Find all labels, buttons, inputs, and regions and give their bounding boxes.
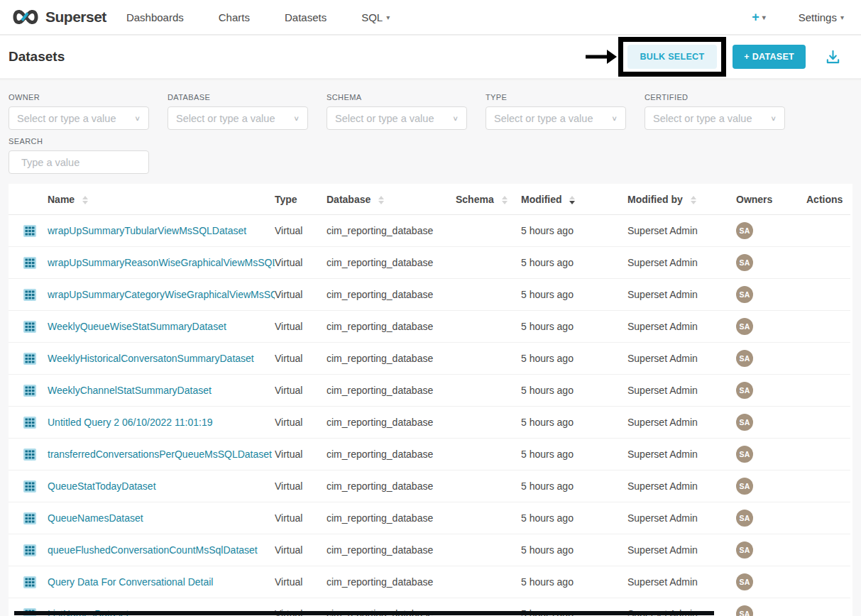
nav-item[interactable]: SQL ▾	[361, 11, 390, 23]
column-header-icon	[9, 184, 48, 215]
dataset-name-link[interactable]: WeeklyQueueWiseStatSummaryDataset	[48, 321, 226, 332]
dataset-modified-by: Superset Admin	[627, 311, 736, 343]
chevron-down-icon: ∨	[293, 114, 300, 122]
column-header[interactable]: Schema	[456, 184, 521, 215]
nav-item-label: Datasets	[285, 11, 327, 23]
dataset-database: cim_reporting_database	[327, 311, 456, 343]
dataset-actions-cell	[806, 215, 850, 247]
dataset-modified: 5 hours ago	[521, 375, 627, 407]
dataset-modified: 5 hours ago	[521, 279, 627, 311]
owner-avatar[interactable]: SA	[736, 605, 753, 616]
nav-item[interactable]: Datasets	[285, 11, 330, 23]
dataset-name-link[interactable]: QueueStatTodayDataset	[48, 480, 156, 492]
table-row: QueueNamesDataset Virtual cim_reporting_…	[9, 502, 850, 534]
filter-select[interactable]: Select or type a value ∨	[168, 106, 308, 130]
search-filter: SEARCH	[9, 137, 852, 174]
owner-avatar[interactable]: SA	[736, 222, 753, 239]
dataset-actions-cell	[806, 502, 850, 534]
dataset-database: cim_reporting_database	[327, 439, 456, 471]
nav-item[interactable]: Dashboards	[126, 11, 187, 23]
table-row: WeeklyHistoricalConversatonSummaryDatase…	[9, 343, 850, 375]
owner-avatar[interactable]: SA	[736, 478, 753, 495]
column-header[interactable]: Actions	[806, 184, 850, 215]
dataset-actions-cell	[806, 566, 850, 598]
filter-select[interactable]: Select or type a value ∨	[9, 106, 149, 130]
superset-infinity-icon	[11, 8, 40, 26]
dataset-name-link[interactable]: WeeklyHistoricalConversatonSummaryDatase…	[48, 353, 254, 364]
dataset-schema	[456, 471, 521, 502]
column-header[interactable]: Database	[327, 184, 456, 215]
owner-avatar[interactable]: SA	[736, 382, 753, 399]
column-header[interactable]: Modified by	[627, 184, 736, 215]
datasets-table: Name Type Database Schema	[9, 184, 850, 616]
owner-avatar[interactable]: SA	[736, 573, 753, 590]
settings-menu[interactable]: Settings ▾	[799, 11, 844, 23]
dataset-actions-cell	[806, 407, 850, 439]
dataset-type: Virtual	[275, 343, 327, 375]
table-row: wrapUpSummaryCategoryWiseGraphicalViewMs…	[9, 279, 850, 311]
filter-select[interactable]: Select or type a value ∨	[327, 106, 467, 130]
filter-row: OWNER Select or type a value ∨ DATABASE …	[9, 89, 852, 130]
dataset-grid-icon	[23, 225, 36, 237]
nav-item-label: Dashboards	[126, 11, 184, 23]
column-header[interactable]: Owners	[736, 184, 806, 215]
column-header[interactable]: Modified	[521, 184, 627, 215]
dataset-name-link[interactable]: wrapUpSummaryCategoryWiseGraphicalViewMs…	[48, 289, 275, 300]
nav-items: Dashboards Charts Datasets SQL ▾	[126, 11, 390, 23]
chevron-down-icon: ∨	[452, 114, 459, 122]
owner-avatar[interactable]: SA	[736, 318, 753, 335]
dataset-database: cim_reporting_database	[327, 471, 456, 502]
owner-avatar[interactable]: SA	[736, 286, 753, 303]
dataset-actions-cell	[806, 311, 850, 343]
new-item-button[interactable]: + ▾	[752, 10, 766, 25]
dataset-grid-icon	[23, 257, 36, 269]
dataset-schema	[456, 343, 521, 375]
search-input[interactable]	[21, 157, 154, 168]
dataset-name-link[interactable]: WeeklyChannelStatSummaryDataset	[48, 385, 212, 396]
column-header-label: Modified by	[627, 194, 683, 205]
dataset-modified-by: Superset Admin	[627, 343, 736, 375]
dataset-grid-icon	[23, 417, 36, 429]
filter-label: OWNER	[9, 93, 149, 101]
dataset-name-link[interactable]: Query Data For Conversational Detail	[48, 576, 213, 588]
dataset-modified-by: Superset Admin	[627, 566, 736, 598]
annotation-underline	[14, 611, 714, 615]
nav-item[interactable]: Charts	[219, 11, 253, 23]
owner-avatar[interactable]: SA	[736, 350, 753, 367]
owner-avatar[interactable]: SA	[736, 446, 753, 463]
dataset-name-link[interactable]: Untitled Query 2 06/10/2022 11:01:19	[48, 417, 212, 428]
dataset-modified-by: Superset Admin	[627, 375, 736, 407]
sort-icon	[82, 196, 88, 204]
dataset-name-link[interactable]: wrapUpSummaryTubularViewMsSQLDataset	[48, 225, 246, 236]
filter: OWNER Select or type a value ∨	[9, 89, 149, 130]
dataset-name-link[interactable]: wrapUpSummaryReasonWiseGraphicalViewMsSQ…	[48, 257, 275, 268]
column-header[interactable]: Type	[275, 184, 327, 215]
dataset-name-link[interactable]: queueFlushedConversationCountMsSqlDatase…	[48, 544, 258, 556]
owner-avatar[interactable]: SA	[736, 254, 753, 271]
settings-label: Settings	[799, 11, 837, 23]
owner-avatar[interactable]: SA	[736, 510, 753, 527]
select-placeholder: Select or type a value	[494, 113, 611, 124]
header-actions: BULK SELECT + DATASET	[584, 37, 850, 77]
bulk-select-button[interactable]: BULK SELECT	[627, 45, 718, 69]
filter-select[interactable]: Select or type a value ∨	[645, 106, 785, 130]
plus-icon: +	[752, 10, 759, 25]
add-dataset-button[interactable]: + DATASET	[733, 45, 806, 69]
superset-logo[interactable]: Superset	[11, 8, 106, 26]
chevron-down-icon: ∨	[770, 114, 777, 122]
export-datasets-button[interactable]	[825, 49, 841, 65]
filter-select[interactable]: Select or type a value ∨	[486, 106, 626, 130]
dataset-modified: 5 hours ago	[521, 215, 627, 247]
dataset-name-link[interactable]: transferredConversationsPerQueueMsSQLDat…	[48, 449, 272, 460]
table-row: WeeklyChannelStatSummaryDataset Virtual …	[9, 375, 850, 407]
dataset-grid-icon	[23, 449, 36, 461]
column-header[interactable]: Name	[48, 184, 275, 215]
column-header-label: Actions	[806, 194, 843, 205]
dataset-type: Virtual	[275, 439, 327, 471]
dataset-name-link[interactable]: QueueNamesDataset	[48, 512, 143, 524]
owner-avatar[interactable]: SA	[736, 414, 753, 431]
dataset-database: cim_reporting_database	[327, 566, 456, 598]
owner-avatar[interactable]: SA	[736, 541, 753, 559]
annotation-arrow	[584, 46, 617, 67]
dataset-database: cim_reporting_database	[327, 279, 456, 311]
